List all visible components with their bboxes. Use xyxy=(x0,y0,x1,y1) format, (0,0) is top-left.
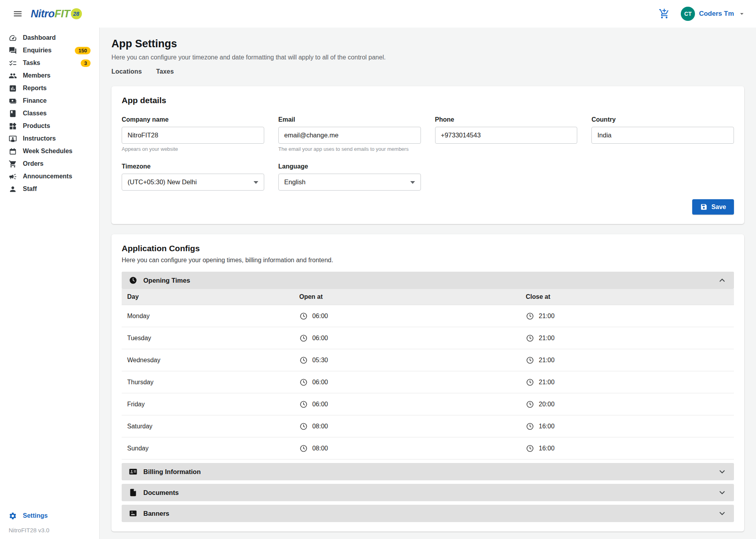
count-badge: 150 xyxy=(75,47,91,54)
close-time: 21:00 xyxy=(539,335,554,342)
speedometer-icon xyxy=(9,34,17,42)
close-at-cell[interactable]: 16:00 xyxy=(526,444,734,453)
sidebar-item-instructors[interactable]: Instructors xyxy=(0,132,99,145)
chevron-down-icon xyxy=(717,488,727,497)
card-title: Application Configs xyxy=(122,244,734,253)
opening-times-header[interactable]: Opening Times xyxy=(122,272,734,289)
cart-button[interactable] xyxy=(656,6,672,22)
document-icon xyxy=(129,488,137,497)
sidebar-item-dashboard[interactable]: Dashboard xyxy=(0,31,99,44)
language-field: Language English xyxy=(278,163,421,191)
open-at-cell[interactable]: 08:00 xyxy=(299,444,526,453)
chevron-down-icon xyxy=(254,181,258,184)
sidebar-item-classes[interactable]: Classes xyxy=(0,107,99,120)
close-at-cell[interactable]: 20:00 xyxy=(526,400,734,409)
accordion-title: Billing Information xyxy=(143,468,201,476)
sidebar-item-label: Reports xyxy=(23,85,46,92)
calendar-icon xyxy=(9,147,17,156)
clock-icon xyxy=(299,422,308,431)
app-version: NitroFIT28 v3.0 xyxy=(0,523,99,533)
country-input[interactable] xyxy=(591,127,734,144)
sidebar-item-enquiries[interactable]: Enquiries 150 xyxy=(0,44,99,57)
sidebar-item-reports[interactable]: Reports xyxy=(0,82,99,94)
banners-header[interactable]: Banners xyxy=(122,505,734,522)
user-menu[interactable]: CT Coders Tm xyxy=(681,7,746,21)
app-logo[interactable]: NitroFIT28 xyxy=(31,8,82,20)
accordion-title: Documents xyxy=(143,489,179,496)
clock-icon xyxy=(129,276,137,285)
person-icon xyxy=(9,185,17,193)
opening-times-row-friday: Friday 06:00 20:00 xyxy=(122,393,734,415)
sidebar-item-label: Finance xyxy=(23,97,46,104)
day-cell: Wednesday xyxy=(122,357,299,364)
day-cell: Thursday xyxy=(122,379,299,386)
billing-information-header[interactable]: Billing Information xyxy=(122,463,734,480)
column-header-day: Day xyxy=(122,293,299,300)
open-at-cell[interactable]: 06:00 xyxy=(299,312,526,320)
card-title: App details xyxy=(122,96,734,105)
clock-icon xyxy=(299,356,308,365)
avatar: CT xyxy=(681,7,695,21)
sidebar-item-members[interactable]: Members xyxy=(0,69,99,82)
tab-locations[interactable]: Locations xyxy=(111,67,142,76)
helper-text: The email your app uses to send emails t… xyxy=(278,146,421,152)
save-icon xyxy=(700,203,708,211)
opening-times-row-tuesday: Tuesday 06:00 21:00 xyxy=(122,327,734,349)
sidebar-item-products[interactable]: Products xyxy=(0,120,99,132)
opening-times-table: Day Open at Close at Monday 06:00 21:00 … xyxy=(122,289,734,459)
sidebar-item-label: Dashboard xyxy=(23,34,56,41)
sidebar-item-finance[interactable]: Finance xyxy=(0,94,99,107)
menu-button[interactable] xyxy=(10,6,25,21)
sidebar-item-orders[interactable]: Orders xyxy=(0,157,99,170)
language-select[interactable]: English xyxy=(278,174,421,191)
close-at-cell[interactable]: 21:00 xyxy=(526,378,734,387)
close-time: 21:00 xyxy=(539,379,554,386)
open-time: 08:00 xyxy=(312,445,328,452)
banners-accordion: Banners xyxy=(122,505,734,522)
open-at-cell[interactable]: 06:00 xyxy=(299,400,526,409)
widgets-icon xyxy=(9,122,17,130)
clock-icon xyxy=(526,422,534,431)
book-icon xyxy=(9,109,17,118)
application-configs-card: Application Configs Here you can configu… xyxy=(111,234,744,532)
count-badge: 3 xyxy=(81,59,91,67)
opening-times-row-wednesday: Wednesday 05:30 21:00 xyxy=(122,349,734,371)
opening-times-table-header: Day Open at Close at xyxy=(122,289,734,305)
sidebar-item-tasks[interactable]: Tasks 3 xyxy=(0,57,99,69)
save-label: Save xyxy=(712,204,726,211)
clock-icon xyxy=(299,334,308,343)
open-at-cell[interactable]: 05:30 xyxy=(299,356,526,365)
field-label: Phone xyxy=(435,116,578,123)
email-input[interactable] xyxy=(278,127,421,144)
app-settings-screen: NitroFIT28 CT Coders Tm Dashboard Enquir… xyxy=(0,0,756,539)
open-at-cell[interactable]: 06:00 xyxy=(299,334,526,343)
image-icon xyxy=(129,509,137,518)
open-time: 05:30 xyxy=(312,357,328,364)
sidebar-item-label: Classes xyxy=(23,110,47,117)
country-field: Country xyxy=(591,116,734,152)
phone-input[interactable] xyxy=(435,127,578,144)
close-at-cell[interactable]: 21:00 xyxy=(526,312,734,320)
opening-times-row-sunday: Sunday 08:00 16:00 xyxy=(122,437,734,459)
save-button[interactable]: Save xyxy=(692,199,734,215)
sidebar-item-label: Enquiries xyxy=(23,47,52,54)
card-subtitle: Here you can configure your opening time… xyxy=(122,257,734,264)
sidebar-item-settings[interactable]: Settings xyxy=(0,509,99,523)
app-details-card: App details Company name Appears on your… xyxy=(111,86,744,224)
page-title: App Settings xyxy=(111,38,744,50)
open-time: 06:00 xyxy=(312,379,328,386)
timezone-select[interactable]: (UTC+05:30) New Delhi xyxy=(122,174,264,191)
sidebar-item-announcements[interactable]: Announcements xyxy=(0,170,99,183)
tab-taxes[interactable]: Taxes xyxy=(156,67,174,76)
sidebar-item-staff[interactable]: Staff xyxy=(0,183,99,195)
close-at-cell[interactable]: 16:00 xyxy=(526,422,734,431)
close-at-cell[interactable]: 21:00 xyxy=(526,356,734,365)
column-header-open-at: Open at xyxy=(299,293,526,300)
close-at-cell[interactable]: 21:00 xyxy=(526,334,734,343)
open-at-cell[interactable]: 08:00 xyxy=(299,422,526,431)
sidebar-item-label: Members xyxy=(23,72,50,79)
open-at-cell[interactable]: 06:00 xyxy=(299,378,526,387)
company-name-input[interactable] xyxy=(122,127,264,144)
sidebar-item-week-schedules[interactable]: Week Schedules xyxy=(0,145,99,157)
documents-header[interactable]: Documents xyxy=(122,484,734,501)
